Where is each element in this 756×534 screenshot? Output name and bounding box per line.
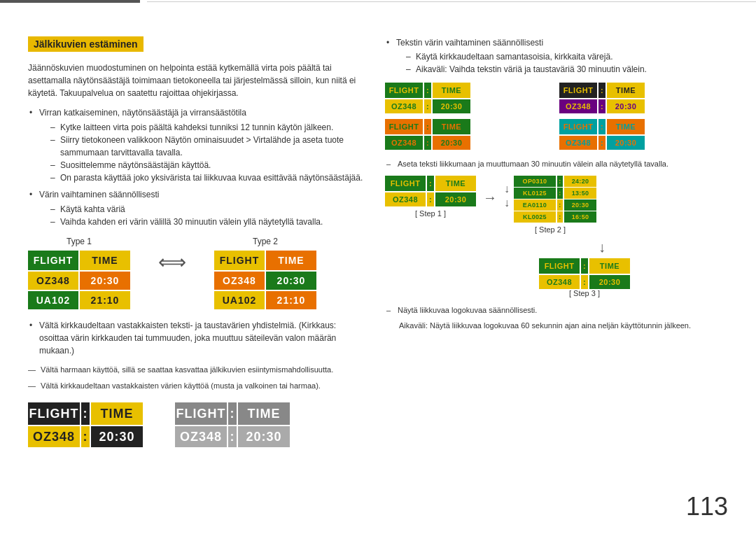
color-panel-4: FLIGHT : TIME OZ348 : 20:30: [559, 119, 728, 150]
bk-colon: :: [81, 402, 90, 425]
step1-time: TIME: [435, 176, 476, 191]
s2r2-left: KL0125: [514, 188, 556, 199]
bullet-item-1: Virran katkaiseminen, näytönsäästäjä ja …: [28, 106, 364, 184]
sub-list-1: Kytke laitteen virta pois päältä kahdeks…: [39, 121, 364, 184]
type1-oz348: OZ348: [28, 272, 78, 290]
type1-ua102: UA102: [28, 291, 78, 309]
cp3-data: OZ348 : 20:30: [385, 136, 554, 150]
cp1-oz348: OZ348: [385, 99, 423, 113]
step1-label: [ Step 1 ]: [415, 209, 446, 218]
sub-item-1-4: On parasta käyttää joko yksivärista tai …: [50, 171, 364, 184]
cp1-time: TIME: [433, 83, 470, 98]
cp1-2030: 20:30: [433, 99, 470, 113]
step1-colon2: :: [427, 192, 434, 206]
top-rules: [0, 0, 756, 3]
gr-time: TIME: [238, 402, 290, 425]
type2-2110: 21:10: [266, 291, 316, 309]
type2-2030: 20:30: [266, 272, 316, 290]
type1-data-row-1: OZ348 20:30: [28, 272, 130, 290]
bk-time: TIME: [91, 402, 143, 425]
black-yellow-header: FLIGHT : TIME: [28, 402, 161, 425]
sub-item-2-2: Vaihda kahden eri värin välillä 30 minuu…: [50, 216, 364, 228]
step1-colon: :: [427, 176, 434, 191]
cp2-oz348: OZ348: [559, 99, 597, 113]
step2-to-3-arrow-container: ↓: [476, 239, 728, 255]
s2r1-colon: :: [557, 176, 563, 187]
black-yellow-data: OZ348 : 20:30: [28, 426, 161, 447]
step3-oz348: OZ348: [539, 275, 580, 289]
sub-item-1-2: Siirry tietokoneen valikkoon Näytön omin…: [50, 134, 364, 159]
step1-data: OZ348 : 20:30: [385, 192, 476, 206]
color-grid: FLIGHT : TIME OZ348 : 20:30 FLIGHT :: [385, 83, 728, 150]
step2-row-2: KL0125 : 13:50: [514, 188, 596, 199]
color-panel-2: FLIGHT : TIME OZ348 : 20:30: [559, 83, 728, 113]
cp4-colon: :: [598, 119, 606, 134]
cp3-time: TIME: [433, 119, 470, 134]
rule-light: [147, 1, 756, 2]
step2-row-4: KL0025 : 16:50: [514, 211, 596, 223]
cp3-oz348: OZ348: [385, 136, 423, 150]
cp2-flight: FLIGHT: [559, 83, 597, 98]
dash-note-1: Vältä harmaan käyttöä, sillä se saattaa …: [28, 364, 364, 376]
step-sequence: FLIGHT : TIME OZ348 : 20:30 [ Step 1 ] →: [385, 176, 728, 234]
type1-header-row: FLIGHT TIME: [28, 251, 130, 270]
bk-oz348: OZ348: [28, 426, 80, 447]
right-bullet-list: Tekstin värin vaihtaminen säännöllisesti…: [385, 36, 728, 76]
logo-note-1: Näytä liikkuvaa logokuvaa säännöllisesti…: [385, 304, 728, 316]
cp4-colon2: :: [598, 136, 606, 150]
s2r3-left: EA0110: [514, 199, 556, 211]
step1-block: FLIGHT : TIME OZ348 : 20:30 [ Step 1 ]: [385, 176, 476, 218]
step1-flight: FLIGHT: [385, 176, 426, 191]
s2r3-colon: :: [557, 199, 563, 211]
s2r3-right: 20:30: [564, 199, 596, 211]
cp3-2030: 20:30: [433, 136, 470, 150]
cp1-header: FLIGHT : TIME: [385, 83, 554, 98]
step3-flight: FLIGHT: [539, 258, 580, 274]
cp4-header: FLIGHT : TIME: [559, 119, 728, 134]
logo-notes: Näytä liikkuvaa logokuvaa säännöllisesti…: [385, 304, 728, 332]
step1-to-2-arrow: →: [483, 190, 497, 206]
step1-oz348: OZ348: [385, 192, 426, 206]
cp1-colon: :: [424, 83, 431, 98]
cp4-time: TIME: [607, 119, 645, 134]
gr-colon2: :: [228, 426, 237, 447]
black-yellow-panel: FLIGHT : TIME OZ348 : 20:30: [28, 402, 161, 447]
main-content: Jälkikuvien estäminen Jäännöskuvien muod…: [28, 36, 728, 534]
step1-2030: 20:30: [435, 192, 476, 206]
type2-label: Type 2: [253, 237, 278, 246]
type2-block: Type 2 FLIGHT TIME OZ348 20:30 UA102 21:: [214, 237, 316, 311]
bottom-panels: FLIGHT : TIME OZ348 : 20:30 FLIGHT :: [28, 402, 364, 447]
step3-time: TIME: [589, 258, 630, 274]
step3-header: FLIGHT : TIME: [539, 258, 630, 274]
color-panel-3: FLIGHT : TIME OZ348 : 20:30: [385, 119, 554, 150]
color-panel-1: FLIGHT : TIME OZ348 : 20:30: [385, 83, 554, 113]
type1-2110: 21:10: [80, 291, 130, 309]
step-note: Aseta teksti liikkumaan ja muuttumaan 30…: [385, 158, 728, 170]
bk-flight: FLIGHT: [28, 402, 80, 425]
gr-colon: :: [228, 402, 237, 425]
s2r4-left: KL0025: [514, 211, 556, 223]
type2-oz348: OZ348: [214, 272, 265, 290]
intro-text: Jäännöskuvien muodostuminen on helpointa…: [28, 62, 364, 99]
cp4-2030: 20:30: [607, 136, 645, 150]
bottom-bullet-1: Vältä kirkkaudeltaan vastakkaisten tekst…: [28, 319, 364, 357]
step3-colon: :: [581, 258, 588, 274]
cp2-time: TIME: [607, 83, 645, 98]
cp1-colon2: :: [424, 99, 431, 113]
step1-header: FLIGHT : TIME: [385, 176, 476, 191]
type1-flight-label: FLIGHT: [28, 251, 78, 270]
bottom-bullet-list: Vältä kirkkaudeltaan vastakkaisten tekst…: [28, 319, 364, 357]
left-bullet-list: Virran katkaiseminen, näytönsäästäjä ja …: [28, 106, 364, 228]
type2-data-row-2: UA102 21:10: [214, 291, 316, 309]
step2-row-3: EA0110 : 20:30: [514, 199, 596, 211]
step2-row-1: OP0310 : 24:20: [514, 176, 596, 187]
step3-container: FLIGHT : TIME OZ348 : 20:30 [ Step 3 ]: [441, 258, 728, 297]
step3-data: OZ348 : 20:30: [539, 275, 630, 289]
dash-note-2: Vältä kirkkaudeltaan vastakkaisten värie…: [28, 380, 364, 392]
page-number: 113: [686, 492, 728, 521]
s2r2-right: 13:50: [564, 188, 596, 199]
step2-to-3-arrow: ↓: [598, 239, 606, 255]
cp4-oz348: OZ348: [559, 136, 597, 150]
sub-list-2: Käytä kahta väriä Vaihda kahden eri väri…: [39, 203, 364, 228]
cp4-data: OZ348 : 20:30: [559, 136, 728, 150]
